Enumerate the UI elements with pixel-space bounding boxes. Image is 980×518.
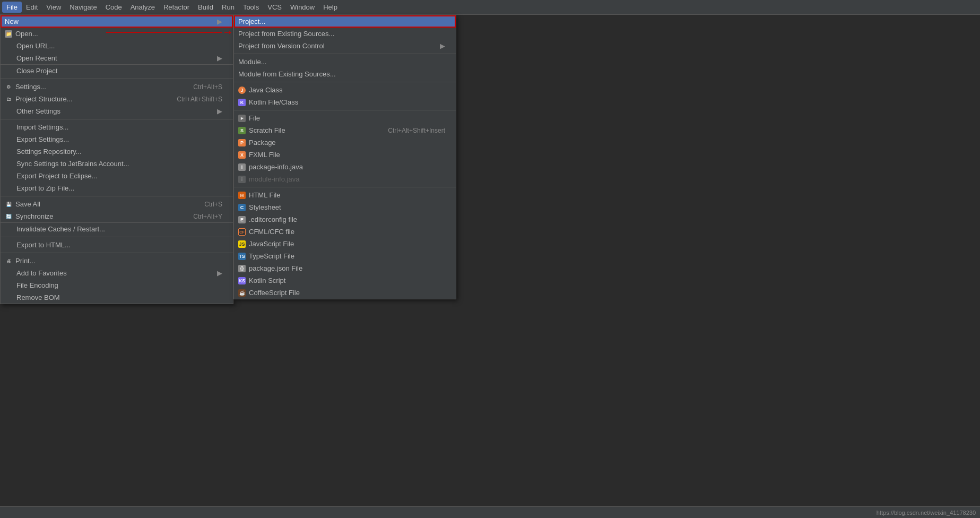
menu-item-add-favorites[interactable]: Add to Favorites ▶ [1,267,233,279]
project-vcs-arrow: ▶ [440,42,445,50]
menu-item-open-url[interactable]: Open URL... [1,40,233,52]
menu-view[interactable]: View [42,2,65,13]
menu-item-invalidate[interactable]: Invalidate Caches / Restart... [1,222,233,235]
open-icon: 📁 [5,30,12,38]
separator-5 [1,253,233,253]
module-info-icon: i [238,176,246,183]
menu-vcs[interactable]: VCS [263,2,286,13]
menu-tools[interactable]: Tools [239,2,263,13]
menu-item-fxml[interactable]: X FXML File [234,149,456,161]
js-label: JavaScript File [249,240,445,248]
new-sep-1 [234,54,456,54]
module-label: Module... [238,58,445,66]
open-label: Open... [15,30,222,38]
menu-item-project-vcs[interactable]: Project from Version Control ▶ [234,40,456,52]
other-settings-arrow: ▶ [217,107,222,115]
settings-label: Settings... [15,83,177,91]
scratch-file-label: Scratch File [249,126,372,134]
statusbar: https://blog.csdn.net/weixin_41178230 [0,506,980,518]
menu-item-kotlin-script[interactable]: KS Kotlin Script [234,274,456,287]
save-all-icon: 💾 [5,201,12,208]
menu-item-export-settings[interactable]: Export Settings... [1,133,233,145]
menu-item-js[interactable]: JS JavaScript File [234,238,456,250]
fxml-icon: X [238,151,246,159]
menu-help[interactable]: Help [319,2,342,13]
menu-file[interactable]: File [2,2,22,13]
menu-code[interactable]: Code [101,2,126,13]
ts-icon: TS [238,253,246,260]
menu-refactor[interactable]: Refactor [159,2,194,13]
menu-window[interactable]: Window [286,2,319,13]
separator-1 [1,79,233,79]
menu-item-module-existing[interactable]: Module from Existing Sources... [234,68,456,80]
stylesheet-icon: C [238,204,246,211]
menu-analyze[interactable]: Analyze [126,2,159,13]
menu-item-export-html[interactable]: Export to HTML... [1,239,233,251]
menu-item-kotlin-file[interactable]: K Kotlin File/Class [234,96,456,108]
project-label: Project... [238,18,445,25]
menu-item-save-all[interactable]: 💾 Save All Ctrl+S [1,198,233,210]
export-zip-label: Export to Zip File... [16,184,222,192]
menu-item-package[interactable]: P Package [234,136,456,149]
new-sep-2 [234,82,456,82]
synchronize-label: Synchronize [15,212,177,220]
menu-item-json[interactable]: {} package.json File [234,262,456,274]
menu-item-settings[interactable]: ⚙ Settings... Ctrl+Alt+S [1,81,233,93]
menu-item-file-encoding[interactable]: File Encoding [1,279,233,291]
menu-item-module[interactable]: Module... [234,56,456,68]
import-settings-label: Import Settings... [16,123,222,131]
menu-run[interactable]: Run [218,2,239,13]
json-label: package.json File [249,264,445,272]
new-label: New [5,18,217,25]
package-icon: P [238,139,246,146]
menu-item-export-zip[interactable]: Export to Zip File... [1,182,233,194]
menu-item-project-structure[interactable]: 🗂 Project Structure... Ctrl+Alt+Shift+S [1,93,233,105]
open-recent-arrow: ▶ [217,54,222,62]
coffee-label: CoffeeScript File [249,289,445,297]
menu-item-ts[interactable]: TS TypeScript File [234,250,456,262]
menu-item-project-existing[interactable]: Project from Existing Sources... [234,28,456,40]
menu-item-settings-repo[interactable]: Settings Repository... [1,145,233,158]
menu-item-import-settings[interactable]: Import Settings... [1,121,233,133]
menu-item-cfml[interactable]: CF CFML/CFC file [234,226,456,238]
menu-item-synchronize[interactable]: 🔄 Synchronize Ctrl+Alt+Y [1,210,233,222]
print-label: Print... [15,257,222,265]
menu-item-remove-bom[interactable]: Remove BOM [1,291,233,304]
project-structure-label: Project Structure... [15,95,161,103]
menu-item-file[interactable]: F File [234,112,456,124]
menu-item-scratch-file[interactable]: S Scratch File Ctrl+Alt+Shift+Insert [234,124,456,136]
menu-item-editorconfig[interactable]: E .editorconfig file [234,213,456,226]
menu-item-open[interactable]: 📁 Open... [1,28,233,40]
package-info-label: package-info.java [249,163,445,171]
synchronize-shortcut: Ctrl+Alt+Y [177,213,222,220]
synchronize-icon: 🔄 [5,213,12,220]
file-dropdown: New ▶ 📁 Open... Open URL... Open Recent … [0,15,233,304]
menu-item-module-info[interactable]: i module-info.java [234,173,456,185]
menu-item-project[interactable]: Project... [234,15,456,28]
menu-build[interactable]: Build [194,2,218,13]
menu-item-print[interactable]: 🖨 Print... [1,255,233,267]
menu-item-coffee[interactable]: ☕ CoffeeScript File [234,287,456,299]
java-class-label: Java Class [249,86,445,94]
menu-navigate[interactable]: Navigate [65,2,101,13]
other-settings-label: Other Settings [16,107,217,115]
html-label: HTML File [249,191,445,199]
menu-edit[interactable]: Edit [22,2,42,13]
menu-item-close-project[interactable]: Close Project [1,64,233,77]
menu-item-open-recent[interactable]: Open Recent ▶ [1,52,233,64]
new-arrow: ▶ [217,18,222,25]
menu-item-html[interactable]: H HTML File [234,189,456,201]
menu-item-new[interactable]: New ▶ [1,15,233,28]
menu-item-java-class[interactable]: J Java Class [234,84,456,96]
menu-item-sync-settings[interactable]: Sync Settings to JetBrains Account... [1,158,233,170]
html-icon: H [238,192,246,199]
sync-settings-label: Sync Settings to JetBrains Account... [16,160,222,168]
menu-item-stylesheet[interactable]: C Stylesheet [234,201,456,213]
menu-item-other-settings[interactable]: Other Settings ▶ [1,105,233,117]
menu-item-package-info[interactable]: i package-info.java [234,161,456,173]
menu-item-export-eclipse[interactable]: Export Project to Eclipse... [1,170,233,182]
menubar: File Edit View Navigate Code Analyze Ref… [0,0,980,15]
project-vcs-label: Project from Version Control [238,42,440,50]
open-url-label: Open URL... [16,42,222,50]
settings-icon: ⚙ [5,83,12,91]
